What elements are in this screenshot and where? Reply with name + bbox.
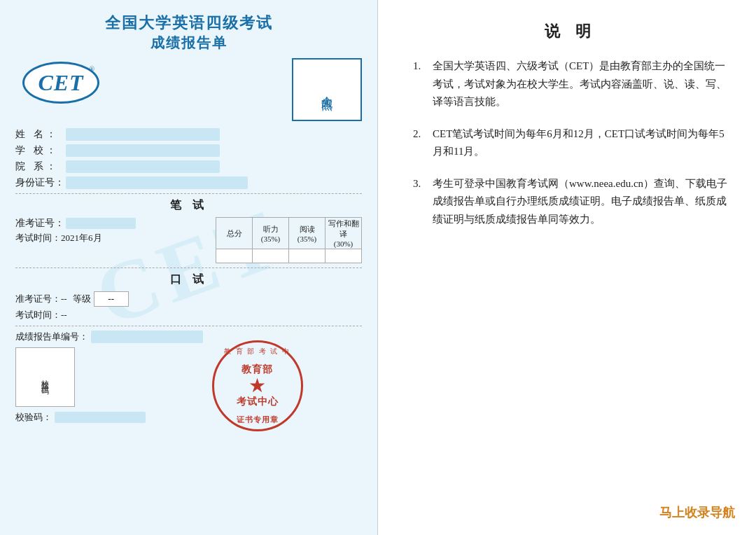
- department-label: 院 系：: [15, 160, 66, 173]
- written-reg-row: 准考证号：: [15, 217, 210, 230]
- id-row: 身份证号：: [15, 176, 362, 189]
- stamp-center: 教育部 ★ 考试中心: [237, 363, 279, 408]
- grade-label: 等级: [73, 293, 91, 305]
- photo-label: 个人靓照: [317, 87, 337, 92]
- divider-1: [15, 193, 362, 194]
- name-label: 姓 名：: [15, 128, 66, 141]
- report-num-row: 成绩报告单编号：: [15, 331, 362, 343]
- score-reading: [289, 249, 326, 263]
- report-num-label: 成绩报告单编号：: [15, 331, 88, 343]
- title-sub: 成绩报告单: [15, 34, 362, 53]
- school-label: 学 校：: [15, 144, 66, 157]
- score-header-reading: 阅读(35%): [289, 218, 326, 249]
- photo-box: 个人靓照: [292, 58, 362, 121]
- title-main: 全国大学英语四级考试: [15, 13, 362, 34]
- instruction-3-num: 3.: [413, 175, 426, 229]
- right-panel: 说 明 1. 全国大学英语四、六级考试（CET）是由教育部主办的全国统一考试，考…: [378, 0, 756, 535]
- name-row: 姓 名：: [15, 128, 362, 141]
- instruction-2-num: 2.: [413, 125, 426, 161]
- oral-section: 口 试 准考证号：-- 等级 -- 考试时间：--: [15, 272, 362, 321]
- verify-row: 校验码：: [15, 411, 146, 424]
- department-value: [66, 160, 220, 173]
- score-writing: [326, 249, 362, 263]
- stamp-main-line2: 考试中心: [237, 396, 279, 408]
- grade-value: --: [94, 291, 129, 307]
- oral-reg-row: 准考证号：-- 等级 --: [15, 291, 362, 307]
- instruction-3-text: 考生可登录中国教育考试网（www.neea.edu.cn）查询、下载电子成绩报告…: [433, 175, 728, 229]
- score-table-area: 总分 听力(35%) 阅读(35%) 写作和翻译(30%): [216, 217, 362, 263]
- verify-label: 校验码：: [15, 411, 52, 424]
- stamp-curved-bottom: 证书专用章: [237, 415, 279, 425]
- footer-link[interactable]: 马上收录导航: [659, 504, 735, 521]
- instructions-title: 说 明: [413, 21, 728, 42]
- score-header-total: 总分: [216, 218, 253, 249]
- divider-2: [15, 268, 362, 268]
- score-listening: [253, 249, 289, 263]
- verify-value: [55, 412, 146, 423]
- score-header-writing: 写作和翻译(30%): [326, 218, 362, 249]
- written-left: 准考证号： 考试时间：2021年6月: [15, 217, 210, 244]
- oral-reg-label: 准考证号：--: [15, 293, 67, 305]
- report-title: 全国大学英语四级考试 成绩报告单: [15, 13, 362, 53]
- written-reg-value: [66, 218, 136, 229]
- instruction-2: 2. CET笔试考试时间为每年6月和12月，CET口试考试时间为每年5月和11月…: [413, 125, 728, 161]
- written-reg-label: 准考证号：: [15, 217, 64, 230]
- oral-grade-box: 等级 --: [73, 291, 129, 307]
- instruction-2-text: CET笔试考试时间为每年6月和12月，CET口试考试时间为每年5月和11月。: [433, 125, 728, 161]
- cet-logo: ® CET: [15, 58, 106, 107]
- score-total: [216, 249, 253, 263]
- stamp-star: ★: [237, 376, 279, 396]
- oral-title: 口 试: [15, 272, 362, 287]
- id-label: 身份证号：: [15, 176, 66, 189]
- instruction-1-text: 全国大学英语四、六级考试（CET）是由教育部主办的全国统一考试，考试对象为在校大…: [433, 57, 728, 111]
- name-value: [66, 128, 220, 141]
- divider-3: [15, 326, 362, 326]
- written-exam-time: 考试时间：2021年6月: [15, 232, 210, 244]
- header-row: ® CET 个人靓照: [15, 58, 362, 121]
- instruction-1-num: 1.: [413, 57, 426, 111]
- report-num-value: [91, 331, 203, 343]
- score-table: 总分 听力(35%) 阅读(35%) 写作和翻译(30%): [216, 217, 362, 263]
- registered-mark: ®: [89, 65, 94, 73]
- school-value: [66, 144, 220, 157]
- info-section: 姓 名： 学 校： 院 系： 身份证号：: [15, 128, 362, 189]
- score-header-listening: 听力(35%): [253, 218, 289, 249]
- id-value: [66, 176, 248, 189]
- oral-time-label: 考试时间：--: [15, 309, 67, 321]
- qr-box: 校 验 二 维 码: [15, 347, 75, 407]
- written-title: 笔 试: [15, 198, 362, 213]
- department-row: 院 系：: [15, 160, 362, 173]
- bottom-row: 校 验 二 维 码 校验码： 教 育 部 考 试 中 教育部 ★ 考试中心 证书…: [15, 347, 362, 431]
- school-row: 学 校：: [15, 144, 362, 157]
- written-row: 准考证号： 考试时间：2021年6月 总分 听力(35%) 阅读(35%) 写作…: [15, 217, 362, 263]
- stamp-curved-top: 教 育 部 考 试 中: [224, 347, 290, 356]
- cet-logo-text: CET: [38, 70, 83, 96]
- oral-time-row: 考试时间：--: [15, 309, 362, 321]
- qr-label: 校 验 二 维 码: [36, 370, 54, 384]
- instruction-1: 1. 全国大学英语四、六级考试（CET）是由教育部主办的全国统一考试，考试对象为…: [413, 57, 728, 111]
- written-section: 笔 试 准考证号： 考试时间：2021年6月 总分 听力(35%): [15, 198, 362, 263]
- left-panel: CET 全国大学英语四级考试 成绩报告单 ® CET 个人靓照 姓 名：: [0, 0, 378, 535]
- instruction-3: 3. 考生可登录中国教育考试网（www.neea.edu.cn）查询、下载电子成…: [413, 175, 728, 229]
- stamp-circle: 教 育 部 考 试 中 教育部 ★ 考试中心 证书专用章: [212, 340, 303, 431]
- qr-area: 校 验 二 维 码 校验码：: [15, 347, 146, 424]
- stamp-area: 教 育 部 考 试 中 教育部 ★ 考试中心 证书专用章: [153, 347, 362, 431]
